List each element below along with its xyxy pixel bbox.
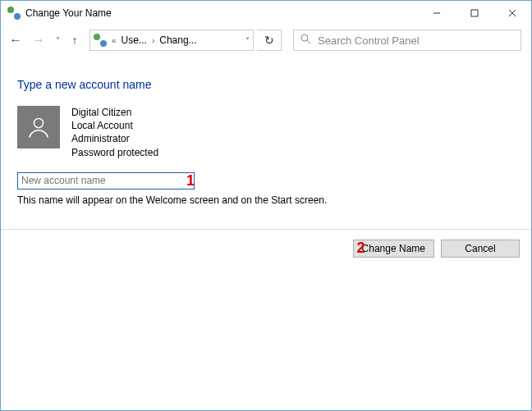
svg-rect-1: [471, 10, 478, 16]
person-icon: [26, 115, 51, 139]
svg-point-4: [301, 34, 308, 41]
avatar: [17, 106, 60, 148]
window-frame: Change Your Name ← → ˅ ↑ « Use... › Chan…: [0, 0, 532, 411]
titlebar: Change Your Name: [1, 1, 531, 25]
user-accounts-icon: [7, 7, 21, 20]
history-dropdown[interactable]: ˅: [52, 36, 63, 45]
account-role: Administrator: [71, 132, 158, 145]
footer-buttons: 2 Change Name Cancel: [1, 230, 531, 267]
cancel-button[interactable]: Cancel: [441, 240, 520, 258]
close-icon: [508, 9, 516, 17]
up-button[interactable]: ↑: [66, 34, 83, 47]
svg-point-6: [34, 118, 43, 127]
close-button[interactable]: [493, 1, 531, 25]
new-name-input[interactable]: [17, 172, 195, 190]
account-info: Digital Citizen Local Account Administra…: [71, 106, 158, 159]
forward-button[interactable]: →: [29, 30, 48, 50]
maximize-button[interactable]: [456, 1, 493, 25]
search-box[interactable]: [293, 30, 521, 51]
breadcrumb-prev-icon: «: [110, 36, 118, 45]
window-title: Change Your Name: [25, 7, 112, 19]
chevron-right-icon: ›: [150, 36, 156, 45]
name-input-row: 1: [17, 172, 515, 190]
search-input[interactable]: [316, 34, 514, 48]
page-heading: Type a new account name: [17, 78, 515, 91]
account-summary: Digital Citizen Local Account Administra…: [17, 106, 515, 159]
annotation-1: 1: [186, 172, 195, 190]
nav-toolbar: ← → ˅ ↑ « Use... › Chang... ˅ ↻: [1, 25, 531, 55]
annotation-2: 2: [357, 240, 365, 257]
minimize-button[interactable]: [418, 1, 456, 25]
search-icon: [300, 34, 311, 47]
svg-line-5: [307, 40, 310, 43]
account-type: Local Account: [71, 119, 158, 132]
change-name-button[interactable]: 2 Change Name: [353, 240, 434, 258]
hint-text: This name will appear on the Welcome scr…: [17, 194, 515, 206]
refresh-button[interactable]: ↻: [257, 30, 282, 51]
user-accounts-icon: [94, 34, 107, 47]
address-bar[interactable]: « Use... › Chang... ˅: [89, 30, 254, 51]
chevron-down-icon[interactable]: ˅: [245, 36, 250, 45]
breadcrumb-seg[interactable]: Use...: [122, 34, 147, 46]
content-area: Type a new account name Digital Citizen …: [1, 55, 531, 214]
password-state: Password protected: [71, 146, 158, 159]
button-label: Change Name: [362, 243, 425, 254]
breadcrumb-seg[interactable]: Chang...: [159, 34, 196, 46]
back-button[interactable]: ←: [6, 30, 25, 50]
account-name: Digital Citizen: [71, 106, 158, 119]
maximize-icon: [470, 9, 479, 17]
window-controls: [418, 1, 531, 25]
button-label: Cancel: [465, 243, 495, 254]
minimize-icon: [433, 9, 441, 17]
